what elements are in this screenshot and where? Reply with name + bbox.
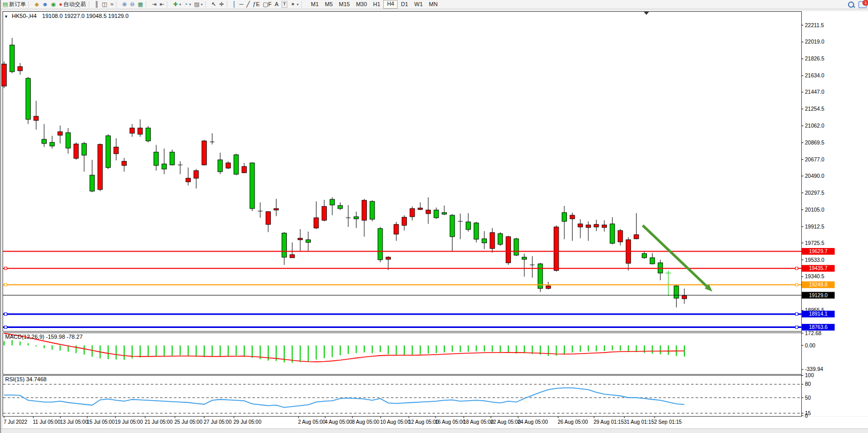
- zoom-out-icon: ⊖: [130, 1, 134, 8]
- timeframe-mn[interactable]: MN: [426, 1, 441, 8]
- zoom-in-button[interactable]: ⊕: [121, 1, 128, 8]
- svg-text:21826.5: 21826.5: [805, 55, 824, 61]
- profile-button[interactable]: ☻: [41, 1, 50, 8]
- chart-shift-button[interactable]: ⇤: [158, 1, 166, 8]
- svg-text:19533.0: 19533.0: [805, 257, 824, 263]
- candle: [474, 222, 479, 242]
- line-handle: [5, 267, 7, 270]
- line-chart-button[interactable]: ≈: [109, 1, 115, 8]
- svg-text:172.68: 172.68: [805, 330, 821, 336]
- signals-button[interactable]: ◉: [49, 1, 57, 8]
- timeframe-h1[interactable]: H1: [370, 1, 383, 8]
- svg-text:2 Sep 01:15: 2 Sep 01:15: [654, 419, 682, 425]
- svg-text:20490.0: 20490.0: [805, 173, 824, 179]
- tile-windows-button[interactable]: ▦: [136, 1, 144, 8]
- svg-text:12 Aug 05:00: 12 Aug 05:00: [408, 419, 439, 425]
- tile-windows-icon: ▦: [137, 1, 143, 8]
- chart-title: ▼ HK50-,H4 19108.0 19227.0 19048.5 19129…: [4, 13, 129, 19]
- svg-text:21447.0: 21447.0: [805, 89, 824, 95]
- svg-text:22 Aug 05:00: 22 Aug 05:00: [490, 419, 521, 425]
- svg-text:29 Aug 01:15: 29 Aug 01:15: [594, 419, 624, 425]
- svg-text:19725.5: 19725.5: [805, 240, 824, 246]
- svg-text:27 Jul 05:00: 27 Jul 05:00: [204, 419, 232, 425]
- text-button[interactable]: A: [273, 1, 280, 8]
- chevron-down-icon: ▾: [189, 3, 191, 7]
- svg-text:19629.7: 19629.7: [809, 249, 828, 254]
- svg-text:24 Aug 05:00: 24 Aug 05:00: [518, 419, 548, 425]
- toolbar: ▤新订单◆☻◉●自动交易║◫≈⊕⊖▦⇥⇤✚▾◔▾▨▾↖✛│─╱ƒE▢FAT✦▾ …: [1, 0, 868, 9]
- styler-bucket-icon: ◆: [34, 1, 38, 8]
- svg-text:19435.7: 19435.7: [809, 265, 828, 271]
- styler-bucket-button[interactable]: ◆: [33, 1, 40, 8]
- toolbar-separator: [301, 2, 304, 8]
- fibonacci-button[interactable]: ƒE: [251, 1, 261, 8]
- chat-icon[interactable]: 1: [858, 1, 867, 8]
- candlestick-button[interactable]: ◫: [101, 1, 109, 8]
- shapes-icon: ✦: [290, 1, 295, 8]
- bar-chart-button[interactable]: ║: [93, 1, 101, 8]
- svg-text:0: 0: [805, 413, 808, 419]
- text-label-icon: T: [282, 1, 288, 8]
- add-indicator-button[interactable]: ✚▾: [171, 1, 183, 8]
- trendline-icon: ╱: [246, 1, 250, 8]
- candle: [202, 140, 207, 166]
- chevron-down-icon: ▾: [201, 3, 203, 7]
- vertical-line-button[interactable]: │: [231, 1, 238, 8]
- text-icon: A: [274, 1, 278, 8]
- auto-scroll-button[interactable]: ⇥: [150, 1, 158, 8]
- new-order-button[interactable]: ▤新订单: [1, 1, 27, 8]
- svg-text:10 Aug 05:00: 10 Aug 05:00: [380, 419, 410, 425]
- timeframe-m5[interactable]: M5: [322, 1, 336, 8]
- timeframe-w1[interactable]: W1: [411, 1, 426, 8]
- fibonacci-icon: ƒE: [253, 1, 260, 8]
- trendline-button[interactable]: ╱: [245, 1, 251, 8]
- periods-icon: ◔: [184, 1, 188, 8]
- new-order-button-label: 新订单: [9, 1, 26, 8]
- svg-text:21 Jul 05:00: 21 Jul 05:00: [145, 419, 173, 425]
- candle: [26, 77, 30, 124]
- text-label-button[interactable]: T: [280, 1, 289, 8]
- ohlc-values-label: 19108.0 19227.0 19048.5 19129.0: [42, 13, 128, 19]
- candle: [554, 225, 559, 272]
- chart-menu-icon[interactable]: ▼: [4, 14, 8, 19]
- svg-text:13 Jul 05:00: 13 Jul 05:00: [60, 419, 88, 425]
- toolbar-separator: [146, 2, 149, 8]
- channel-button[interactable]: ▢F: [261, 1, 273, 8]
- svg-text:31 Aug 01:15: 31 Aug 01:15: [624, 419, 654, 425]
- svg-text:29 Jul 05:00: 29 Jul 05:00: [233, 419, 262, 425]
- line-chart-icon: ≈: [110, 1, 113, 8]
- timeframe-m15[interactable]: M15: [336, 1, 353, 8]
- new-order-icon: ▤: [3, 1, 8, 8]
- candle: [146, 126, 150, 142]
- signals-icon: ◉: [51, 1, 56, 8]
- candle: [234, 154, 239, 175]
- line-handle: [5, 283, 7, 286]
- autotrade-button-label: 自动交易: [64, 1, 86, 8]
- rsi-indicator-label: RSI(15) 34.7468: [5, 376, 47, 382]
- timeframe-d1[interactable]: D1: [398, 1, 411, 8]
- svg-text:50: 50: [805, 395, 811, 401]
- svg-text:22019.0: 22019.0: [805, 38, 824, 45]
- candle: [106, 134, 110, 169]
- shapes-button[interactable]: ✦▾: [289, 1, 300, 8]
- search-icon[interactable]: [848, 2, 854, 8]
- timeframe-m30[interactable]: M30: [353, 1, 370, 8]
- svg-text:18763.6: 18763.6: [809, 324, 828, 330]
- crosshair-button[interactable]: ✛: [218, 1, 225, 8]
- toolbar-separator: [227, 2, 230, 8]
- candle: [2, 61, 7, 88]
- cursor-button[interactable]: ↖: [210, 1, 218, 8]
- timeframe-m1[interactable]: M1: [308, 1, 322, 8]
- zoom-out-button[interactable]: ⊖: [128, 1, 136, 8]
- timeframe-h4[interactable]: H4: [383, 0, 398, 9]
- autotrade-button[interactable]: ●自动交易: [57, 1, 88, 8]
- svg-text:19129.0: 19129.0: [809, 293, 828, 298]
- auto-scroll-icon: ⇥: [152, 1, 156, 8]
- horizontal-line-button[interactable]: ─: [238, 1, 245, 8]
- chart-canvas[interactable]: 22211.522019.021826.521634.021447.021254…: [1, 9, 868, 433]
- notification-badge: 1: [862, 0, 868, 6]
- periods-button[interactable]: ◔▾: [183, 1, 192, 8]
- templates-button[interactable]: ▨▾: [192, 1, 204, 8]
- add-indicator-icon: ✚: [173, 1, 177, 8]
- svg-text:4 Aug 05:00: 4 Aug 05:00: [325, 419, 352, 425]
